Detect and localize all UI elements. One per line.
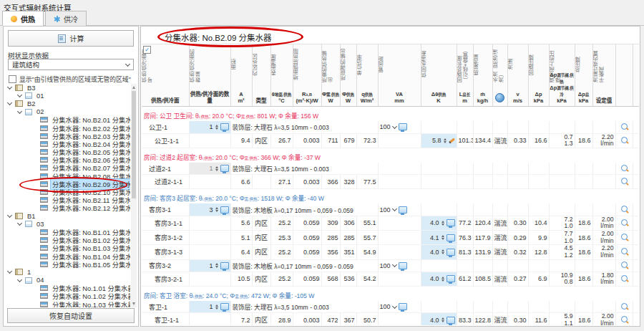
- spin-up-icon[interactable]: [441, 221, 444, 223]
- tree-expander-icon[interactable]: [17, 109, 22, 114]
- tree-expander-icon[interactable]: [7, 213, 12, 218]
- computer-icon[interactable]: [447, 219, 455, 226]
- tab-heating[interactable]: 供热: [2, 11, 44, 26]
- magnifier-icon[interactable]: [621, 219, 628, 226]
- spinner-control[interactable]: [215, 304, 218, 310]
- spin-up-icon[interactable]: [215, 263, 218, 265]
- magnifier-icon[interactable]: [621, 234, 628, 240]
- magnifier-icon[interactable]: [621, 137, 628, 143]
- tree-scrollbar[interactable]: [131, 84, 137, 307]
- spinner-control[interactable]: [441, 277, 444, 282]
- tree-expander-icon[interactable]: [7, 269, 12, 274]
- computer-icon[interactable]: [399, 262, 407, 269]
- tree-item[interactable]: B3: [5, 84, 130, 92]
- pipe-spacing-select[interactable]: 100: [378, 203, 421, 216]
- magnifier-icon[interactable]: [621, 206, 628, 212]
- tree-expander-icon[interactable]: [17, 221, 22, 226]
- spin-up-icon[interactable]: [441, 249, 444, 251]
- magnifier-icon[interactable]: [621, 275, 628, 282]
- computer-icon[interactable]: [220, 165, 229, 172]
- calculate-button[interactable]: 计算: [8, 30, 134, 47]
- spin-down-icon[interactable]: [215, 169, 218, 171]
- tree-item[interactable]: 分集水器: No.B2.12 分集水器: [5, 204, 130, 212]
- magnifier-icon[interactable]: [621, 262, 628, 268]
- magnifier-icon[interactable]: [621, 303, 628, 310]
- scrollbar-thumb[interactable]: [132, 91, 136, 198]
- spinner-control[interactable]: [215, 207, 218, 212]
- spinner-control[interactable]: [444, 138, 447, 143]
- spin-down-icon[interactable]: [215, 307, 218, 310]
- computer-icon[interactable]: [220, 303, 229, 310]
- spin-up-icon[interactable]: [444, 138, 447, 140]
- pipe-spacing-select[interactable]: 100: [378, 259, 421, 272]
- spin-up-icon[interactable]: [441, 317, 444, 320]
- magnifier-icon[interactable]: [621, 165, 628, 171]
- spin-down-icon[interactable]: [441, 320, 444, 322]
- temp-diff-stepper[interactable]: 5.8: [421, 133, 457, 148]
- tree-expander-icon[interactable]: [17, 277, 22, 282]
- computer-icon[interactable]: [220, 262, 229, 269]
- tree-item[interactable]: 分集水器: No.B1.05 分集水器: [5, 260, 130, 268]
- water-flow-help-icon[interactable]: [495, 93, 504, 102]
- spin-down-icon[interactable]: [441, 224, 444, 226]
- show-regions-checkbox[interactable]: [9, 75, 16, 83]
- scroll-up-icon[interactable]: [132, 86, 135, 89]
- tree-item[interactable]: B1: [5, 212, 130, 220]
- computer-icon[interactable]: [399, 206, 407, 214]
- temp-diff-stepper[interactable]: 4.1: [421, 231, 457, 245]
- spinner-control[interactable]: [441, 317, 444, 322]
- temp-diff-stepper[interactable]: 4.0: [421, 272, 457, 286]
- spin-down-icon[interactable]: [441, 279, 444, 282]
- tree-item[interactable]: 01: [5, 92, 130, 100]
- spinner-control[interactable]: [441, 235, 444, 240]
- computer-icon[interactable]: [220, 206, 229, 214]
- tree-expander-icon[interactable]: [7, 85, 12, 90]
- tree-expander-icon[interactable]: [7, 100, 12, 105]
- select-all-checkbox[interactable]: ✓: [143, 46, 151, 54]
- surface-count-stepper[interactable]: 1: [189, 259, 230, 272]
- magnifier-icon[interactable]: [621, 248, 628, 254]
- pencil-icon[interactable]: [449, 138, 455, 143]
- computer-icon[interactable]: [220, 123, 229, 130]
- magnifier-icon[interactable]: [621, 123, 628, 130]
- spinner-control[interactable]: [215, 263, 218, 268]
- computer-icon[interactable]: [447, 317, 455, 324]
- scroll-down-icon[interactable]: [132, 302, 135, 305]
- spinner-control[interactable]: [441, 249, 444, 254]
- computer-icon[interactable]: [447, 275, 455, 282]
- spin-up-icon[interactable]: [215, 207, 218, 209]
- spin-down-icon[interactable]: [215, 266, 218, 268]
- temp-diff-stepper[interactable]: 4.0: [421, 245, 457, 259]
- spin-up-icon[interactable]: [215, 125, 218, 127]
- surface-count-stepper[interactable]: 1: [189, 121, 230, 133]
- temp-diff-stepper[interactable]: 4.0: [421, 313, 457, 325]
- computer-icon[interactable]: [399, 123, 407, 130]
- spin-down-icon[interactable]: [444, 141, 447, 143]
- surface-count-stepper[interactable]: 1: [189, 163, 230, 175]
- tree-basis-select[interactable]: 建筑结构: [8, 59, 134, 70]
- tree-expander-icon[interactable]: [17, 92, 22, 97]
- tree-item[interactable]: 1: [5, 268, 130, 276]
- computer-icon[interactable]: [447, 249, 455, 256]
- magnifier-icon[interactable]: [621, 316, 628, 322]
- surface-count-stepper[interactable]: 1: [189, 301, 230, 313]
- computer-icon[interactable]: [447, 234, 455, 241]
- tree-item[interactable]: B2: [5, 100, 130, 107]
- spin-up-icon[interactable]: [441, 277, 444, 279]
- spinner-control[interactable]: [215, 125, 218, 130]
- spin-down-icon[interactable]: [441, 238, 444, 240]
- temp-diff-stepper[interactable]: 4.0: [421, 216, 457, 230]
- tab-cooling[interactable]: 供冷: [45, 11, 87, 26]
- spin-up-icon[interactable]: [215, 304, 218, 307]
- tree-item[interactable]: 分集水器: No.1.03 分集水器: [5, 300, 130, 307]
- pipe-spacing-select[interactable]: 100: [378, 121, 421, 133]
- computer-icon[interactable]: [399, 303, 407, 310]
- spin-down-icon[interactable]: [215, 210, 218, 212]
- surface-count-stepper[interactable]: 3: [189, 203, 230, 216]
- spinner-control[interactable]: [215, 166, 218, 171]
- spin-down-icon[interactable]: [215, 128, 218, 130]
- spin-down-icon[interactable]: [441, 252, 444, 254]
- pipe-spacing-select[interactable]: 100: [378, 301, 421, 313]
- spin-up-icon[interactable]: [215, 166, 218, 168]
- spin-up-icon[interactable]: [441, 235, 444, 237]
